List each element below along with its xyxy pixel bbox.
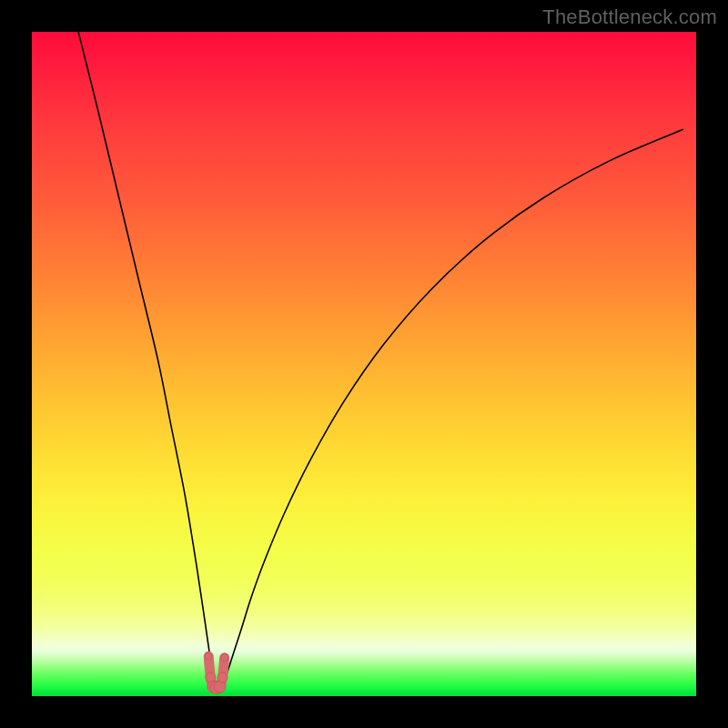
chart-svg (32, 32, 696, 696)
watermark-text: TheBottleneck.com (542, 5, 717, 29)
chart-root: TheBottleneck.com (0, 0, 728, 728)
valley-markers (205, 652, 228, 693)
bottleneck-curve (78, 32, 682, 687)
plot-area (32, 32, 696, 696)
valley-marker-dot (221, 654, 228, 662)
valley-marker-dot (217, 672, 228, 682)
valley-marker-dot (205, 652, 212, 660)
